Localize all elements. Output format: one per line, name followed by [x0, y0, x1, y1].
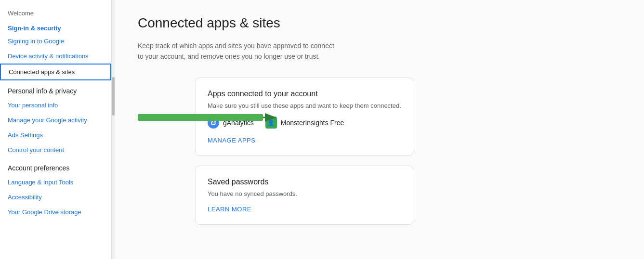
sidebar-item-drive-storage[interactable]: Your Google Drive storage	[0, 205, 111, 220]
connected-apps-card: Apps connected to your account Make sure…	[196, 78, 413, 156]
app-item-ganalytics: G gAnalytics	[208, 117, 254, 129]
monsterinsights-label: MonsterInsights Free	[281, 119, 344, 127]
scrollbar-track[interactable]	[112, 0, 115, 259]
page-title: Connected apps & sites	[138, 15, 621, 31]
sidebar: Welcome Sign-in & security Signing in to…	[0, 0, 112, 259]
ganalytics-icon: G	[208, 117, 219, 129]
ganalytics-label: gAnalytics	[223, 119, 254, 127]
page-description: Keep track of which apps and sites you h…	[138, 40, 340, 62]
sidebar-section-welcome: Welcome	[0, 4, 111, 20]
sidebar-item-accessibility[interactable]: Accessibility	[0, 190, 111, 205]
sidebar-section-personal-info: Personal info & privacy	[0, 80, 111, 98]
sidebar-item-manage-activity[interactable]: Manage your Google activity	[0, 113, 111, 128]
manage-apps-link[interactable]: MANAGE APPS	[208, 137, 255, 144]
sidebar-item-your-personal-info[interactable]: Your personal info	[0, 98, 111, 113]
sidebar-item-control-content[interactable]: Control your content	[0, 142, 111, 157]
connected-apps-card-subtitle: Make sure you still use these apps and w…	[208, 102, 401, 109]
sidebar-item-language-input[interactable]: Language & Input Tools	[0, 175, 111, 190]
main-content: Connected apps & sites Keep track of whi…	[115, 0, 644, 259]
sidebar-section-account-prefs: Account preferences	[0, 157, 111, 175]
saved-passwords-card-title: Saved passwords	[208, 178, 401, 186]
cards-area: Apps connected to your account Make sure…	[196, 78, 413, 225]
saved-passwords-card: Saved passwords You have no synced passw…	[196, 166, 413, 225]
sidebar-item-ads-settings[interactable]: Ads Settings	[0, 128, 111, 142]
scrollbar-thumb[interactable]	[112, 77, 115, 116]
sidebar-section-signin-security: Sign-in & security	[0, 20, 111, 34]
ganalytics-icon-letter: G	[211, 119, 216, 127]
sidebar-item-device-activity[interactable]: Device activity & notifications	[0, 49, 111, 64]
apps-row: G gAnalytics 👤 MonsterInsights Free	[208, 117, 401, 129]
monsterinsights-icon-symbol: 👤	[267, 119, 275, 126]
monsterinsights-icon: 👤	[265, 117, 277, 129]
connected-apps-card-title: Apps connected to your account	[208, 90, 401, 98]
sidebar-item-connected-apps[interactable]: Connected apps & sites	[0, 64, 111, 80]
sidebar-item-signing-in[interactable]: Signing in to Google	[0, 34, 111, 49]
saved-passwords-description: You have no synced passwords.	[208, 190, 401, 197]
learn-more-link[interactable]: LEARN MORE	[208, 206, 251, 213]
app-item-monsterinsights: 👤 MonsterInsights Free	[265, 117, 344, 129]
